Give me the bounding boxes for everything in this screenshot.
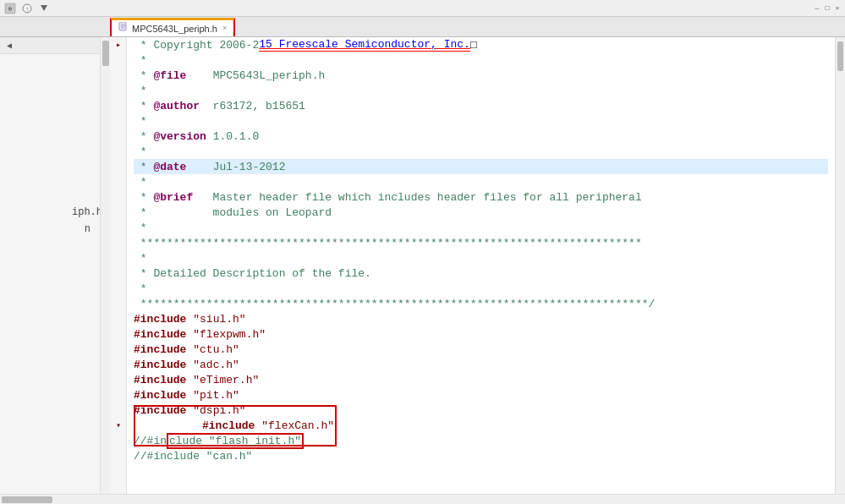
main-area: ◀ iph.h n ▸ [0, 37, 845, 494]
fold-marker-20 [110, 342, 127, 357]
fold-gutter: ▸ [110, 37, 127, 494]
fold-marker-3 [110, 83, 127, 98]
code-line-copyright: * Copyright 2006-215 Freescale Semicondu… [134, 37, 828, 52]
code-line-brief: * @brief Master header file which includ… [134, 189, 828, 205]
toolbar-icon-1[interactable]: ⊕ [3, 2, 17, 15]
find-highlight-box-2: clude "flash_init.h" [167, 433, 304, 449]
code-line-12: * [134, 220, 828, 235]
toolbar-icon-2[interactable]: ↑ [20, 2, 34, 15]
sidebar-label-1: iph.h [72, 206, 102, 218]
code-line-date: * @date Jul-13-2012 [134, 159, 828, 174]
code-line-comment-flash: //#include "flash_init.h" [134, 433, 828, 448]
fold-marker-15 [110, 266, 127, 281]
fold-marker-14 [110, 250, 127, 266]
code-scrollbar-thumb[interactable] [837, 41, 843, 71]
code-lines: * Copyright 2006-215 Freescale Semicondu… [127, 37, 835, 494]
fold-marker-12 [110, 220, 127, 235]
code-line-1: * [134, 52, 828, 68]
code-line-detailed: * Detailed Description of the file. [134, 266, 828, 281]
code-wrapper: ▸ [110, 37, 845, 494]
fold-marker-25[interactable]: ▾ [110, 418, 127, 433]
code-line-version: * @version 1.0.1.0 [134, 129, 828, 144]
fold-marker-17 [110, 296, 127, 311]
code-line-include-pit: #include "pit.h" [134, 387, 828, 403]
code-line-16: * [134, 281, 828, 296]
sidebar-header: ◀ [0, 37, 109, 54]
bottom-scrollbar-thumb[interactable] [2, 496, 52, 503]
code-line-stars1: ****************************************… [134, 235, 828, 250]
fold-marker-7 [110, 144, 127, 159]
minimize-button[interactable]: — [813, 4, 821, 13]
code-line-include-flexcan: #include "flexCan.h" [134, 418, 828, 433]
fold-marker-24 [110, 403, 127, 418]
fold-marker-19 [110, 326, 127, 342]
down-arrow-icon[interactable] [37, 2, 51, 15]
tab-close-button[interactable]: × [222, 25, 227, 33]
fold-marker-0[interactable]: ▸ [110, 37, 127, 52]
code-line-include-siul: #include "siul.h" [134, 311, 828, 326]
code-line-3: * [134, 83, 828, 98]
code-line-stars2: ****************************************… [134, 296, 828, 311]
copyright-link[interactable]: 15 Freescale Semiconductor, Inc. [259, 38, 470, 52]
fold-marker-9 [110, 174, 127, 189]
fold-marker-11 [110, 205, 127, 220]
fold-marker-22 [110, 372, 127, 387]
close-button[interactable]: × [833, 4, 842, 13]
code-line-include-flexpwm: #include "flexpwm.h" [134, 326, 828, 342]
maximize-button[interactable]: □ [823, 4, 831, 13]
sidebar: ◀ iph.h n [0, 37, 110, 494]
code-line-include-ctu: #include "ctu.h" [134, 342, 828, 357]
fold-marker-10 [110, 189, 127, 205]
file-icon [118, 22, 129, 35]
code-line-file: * @file MPC5643L_periph.h [134, 68, 828, 83]
collapse-button[interactable]: ◀ [3, 39, 15, 52]
code-line-include-adc: #include "adc.h" [134, 357, 828, 372]
code-scrollbar-v[interactable] [835, 37, 845, 494]
bottom-scrollbar[interactable] [0, 494, 845, 504]
sidebar-scrollbar-thumb[interactable] [102, 41, 109, 66]
fold-marker-26 [110, 433, 127, 448]
svg-marker-4 [41, 5, 47, 11]
svg-text:↑: ↑ [25, 6, 29, 13]
code-line-14: * [134, 250, 828, 266]
code-line-7: * [134, 144, 828, 159]
fold-marker-23 [110, 387, 127, 403]
sidebar-content: iph.h n [0, 54, 109, 494]
fold-marker-2 [110, 68, 127, 83]
fold-marker-18 [110, 311, 127, 326]
fold-marker-4 [110, 98, 127, 113]
code-line-author: * @author r63172, b15651 [134, 98, 828, 113]
window-controls: — □ × [813, 4, 842, 13]
comment-copyright: * Copyright 2006-2 [134, 39, 259, 52]
fold-marker-6 [110, 129, 127, 144]
code-line-brief2: * modules on Leopard [134, 205, 828, 220]
fold-marker-8 [110, 159, 127, 174]
svg-text:⊕: ⊕ [8, 5, 13, 13]
code-line-include-etimer: #include "eTimer.h" [134, 372, 828, 387]
sidebar-label-2: n [85, 223, 91, 235]
sidebar-scrollbar[interactable] [100, 37, 110, 494]
fold-marker-16 [110, 281, 127, 296]
fold-marker-5 [110, 113, 127, 129]
file-tab[interactable]: MPC5643L_periph.h × [110, 18, 235, 36]
code-line-5: * [134, 113, 828, 129]
toolbar: ⊕ ↑ — □ × [0, 0, 845, 17]
code-line-comment-can: //#include "can.h" [134, 448, 828, 463]
fold-marker-13 [110, 235, 127, 250]
fold-marker-1 [110, 52, 127, 68]
fold-marker-21 [110, 357, 127, 372]
tab-bar: MPC5643L_periph.h × [0, 17, 845, 37]
code-line-9: * [134, 174, 828, 189]
tab-filename: MPC5643L_periph.h [132, 24, 217, 34]
